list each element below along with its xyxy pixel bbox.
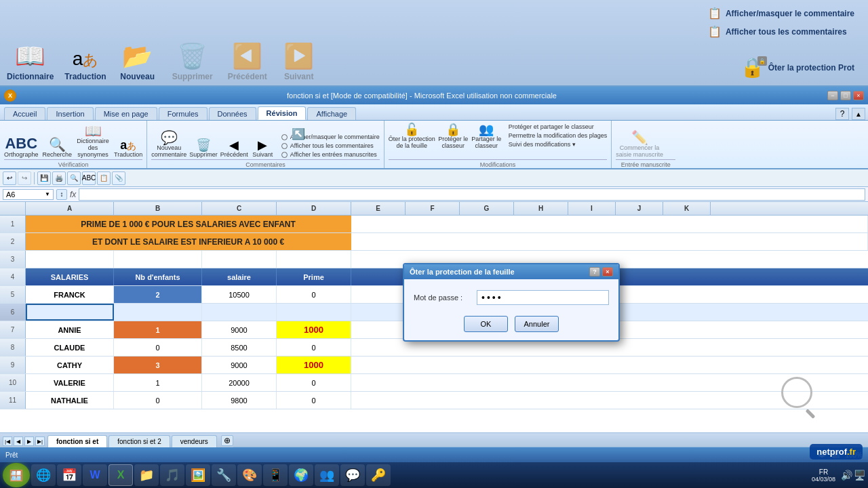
merged-title-1: PRIME DE 1 000 € POUR LES SALARIES AVEC … xyxy=(26,216,351,232)
top-ribbon: 📖 Dictionnaire aあ Traduction 📂 Nouveau 🗑… xyxy=(0,0,868,87)
taskbar-volume[interactable]: 🔊 xyxy=(841,470,852,481)
ribbon-item-traduction[interactable]: aあ Traduction xyxy=(64,45,106,81)
taskbar-excel[interactable]: X xyxy=(108,464,133,486)
restore-btn[interactable]: □ xyxy=(840,91,851,100)
btn-suivant-comment-label: Suivant xyxy=(252,151,273,158)
sheet-tab-add[interactable]: ⊕ xyxy=(221,435,233,446)
expand-formula-btn[interactable]: ↕ xyxy=(56,189,67,200)
ribbon-dictionnaire-label: Dictionnaire xyxy=(7,72,54,81)
ribbon-item-supprimer[interactable]: 🗑️ Supprimer xyxy=(169,42,216,81)
close-btn[interactable]: × xyxy=(853,91,864,100)
btn-proteger-partager[interactable]: Protéger et partager le classeur xyxy=(509,123,608,130)
print-btn[interactable]: 🖨️ xyxy=(52,171,66,185)
dialog-ok-button[interactable]: OK xyxy=(464,316,508,332)
taskbar-tool[interactable]: 🔧 xyxy=(212,464,236,486)
col-header-row: A B C D E F G H I J K xyxy=(0,202,868,216)
ribbon-item-nouveau[interactable]: 📂 Nouveau xyxy=(117,42,158,81)
btn-partager-classeur[interactable]: 👥 Partager leclasseur xyxy=(471,123,502,149)
ribbon-item-suivant[interactable]: ▶️ Suivant xyxy=(279,42,319,81)
dialog-password-input[interactable] xyxy=(477,290,609,305)
taskbar-explorer[interactable]: 📁 xyxy=(134,464,159,486)
cell-ref-box[interactable]: A6 ▼ xyxy=(3,189,54,200)
ribbon-right-afficher-masquer[interactable]: 📋 Afficher/masquer le commentaire xyxy=(708,7,854,20)
taskbar-photo[interactable]: 🖼️ xyxy=(186,464,210,486)
btn-supprimer-comment[interactable]: 🗑️ Supprimer xyxy=(189,139,218,158)
copy-btn[interactable]: 📋 xyxy=(97,171,111,185)
sheet-tab-fonction-si-et[interactable]: fonction si et xyxy=(47,435,107,447)
ribbon-item-dictionnaire[interactable]: 📖 Dictionnaire xyxy=(7,42,54,81)
btn-traduction[interactable]: aあ Traduction xyxy=(114,139,142,158)
table-row[interactable]: 10 VALERIE 1 20000 0 xyxy=(0,374,868,392)
save-btn[interactable]: 💾 xyxy=(37,171,51,185)
redo-btn[interactable]: ↪ xyxy=(18,171,31,185)
start-button[interactable]: 🪟 xyxy=(3,463,30,487)
row-num-5: 5 xyxy=(0,286,26,303)
btn-partager-classeur-label: Partager leclasseur xyxy=(471,136,501,149)
btn-dictionnaire[interactable]: 📖 Dictionnaire des synonymes xyxy=(76,124,110,158)
tab-insertion[interactable]: Insertion xyxy=(47,107,93,120)
btn-suivi-modifications[interactable]: Suivi des modifications ▾ xyxy=(509,141,608,148)
btn-proteger-classeur[interactable]: 🔒 Protéger leclasseur xyxy=(438,123,469,149)
sheet-nav-buttons: |◀ ◀ ▶ ▶| xyxy=(0,435,47,447)
btn-suivant-comment[interactable]: ▶ Suivant xyxy=(251,139,275,158)
taskbar-security[interactable]: 🔑 xyxy=(366,464,391,486)
btn-oter-protection[interactable]: 🔓 Ôter la protectionde la feuille xyxy=(389,123,435,149)
sheet-nav-next[interactable]: ▶ xyxy=(24,436,34,446)
taskbar-clock[interactable]: 📅 xyxy=(57,464,81,486)
btn-orthographe[interactable]: ABC Orthographe xyxy=(4,136,39,158)
print-preview-btn[interactable]: 🔍 xyxy=(67,171,81,185)
btn-recherche[interactable]: 🔍 Recherche xyxy=(43,138,73,158)
dialog-close-btn[interactable]: × xyxy=(602,267,613,277)
spelling-btn[interactable]: ABC xyxy=(82,171,96,185)
group-verification-title: Vérification xyxy=(4,159,142,168)
help-btn[interactable]: ? xyxy=(835,108,849,120)
group-modifications-title: Modifications xyxy=(389,159,608,168)
btn-permettre-modification[interactable]: Permettre la modification des plages xyxy=(509,132,608,139)
ribbon-right-afficher-tous[interactable]: 📋 Afficher tous les commentaires xyxy=(708,25,854,38)
formula-bar: A6 ▼ ↕ fx xyxy=(0,187,868,202)
table-row[interactable]: 9 CATHY 3 9000 1000 xyxy=(0,357,868,374)
title-bar-title: fonction si et [Mode de compatibilité] -… xyxy=(16,92,827,100)
taskbar-ie[interactable]: 🌐 xyxy=(31,464,56,486)
sheet-nav-first[interactable]: |◀ xyxy=(3,436,12,446)
ribbon-suivant-label: Suivant xyxy=(284,72,313,81)
taskbar-users[interactable]: 👥 xyxy=(315,464,339,486)
dialog-cancel-button[interactable]: Annuler xyxy=(515,316,559,332)
tab-affichage[interactable]: Affichage xyxy=(307,107,356,120)
sheet-nav-last[interactable]: ▶| xyxy=(35,436,45,446)
btn-nouveau-commentaire[interactable]: 💬 Nouveaucommentaire xyxy=(151,131,186,158)
radio-afficher-manuscrites[interactable]: Afficher les entrées manuscrites xyxy=(281,151,380,158)
minimize-btn[interactable]: − xyxy=(827,91,838,100)
taskbar-network[interactable]: 🖥️ xyxy=(854,470,865,481)
formula-input[interactable] xyxy=(79,188,865,201)
tab-revision[interactable]: Révision xyxy=(258,106,307,120)
sheet-nav-prev[interactable]: ◀ xyxy=(14,436,23,446)
undo-btn[interactable]: ↩ xyxy=(3,171,16,185)
paste-btn[interactable]: 📎 xyxy=(112,171,125,185)
btn-precedent-comment[interactable]: ◀ Précédent xyxy=(220,139,248,158)
taskbar-music[interactable]: 🎵 xyxy=(160,464,184,486)
sheet-tab-fonction-si-et-2[interactable]: fonction si et 2 xyxy=(108,435,170,447)
btn-commencer-saisie-label: Commencer lasaisie manuscrite xyxy=(616,144,663,158)
sheet-tab-vendeurs[interactable]: vendeurs xyxy=(172,435,217,447)
radio-afficher-masquer[interactable]: Afficher/masquer le commentaire xyxy=(281,134,380,140)
tab-formules[interactable]: Formules xyxy=(159,107,208,120)
ribbon-item-precedent[interactable]: ◀️ Précédent xyxy=(227,42,268,81)
btn-dictionnaire-label: Dictionnaire des synonymes xyxy=(76,138,110,158)
btn-commencer-saisie[interactable]: ✏️ Commencer lasaisie manuscrite xyxy=(616,131,663,158)
table-row[interactable]: 11 NATHALIE 0 9800 0 xyxy=(0,392,868,409)
dialog-content: Mot de passe : OK Annuler xyxy=(404,279,618,340)
collapse-ribbon-btn[interactable]: ▲ xyxy=(852,108,865,120)
tab-accueil[interactable]: Accueil xyxy=(4,107,45,120)
taskbar-phone[interactable]: 📱 xyxy=(263,464,288,486)
taskbar-word[interactable]: W xyxy=(83,464,107,486)
radio-afficher-tous[interactable]: Afficher tous les commentaires xyxy=(281,142,380,149)
btn-nouveau-commentaire-label: Nouveaucommentaire xyxy=(151,144,186,158)
tab-donnees[interactable]: Données xyxy=(209,107,256,120)
taskbar-paint[interactable]: 🎨 xyxy=(237,464,262,486)
taskbar-chat[interactable]: 💬 xyxy=(340,464,365,486)
tab-mise-en-page[interactable]: Mise en page xyxy=(95,107,157,120)
dialog-help-btn[interactable]: ? xyxy=(589,267,600,277)
taskbar-web[interactable]: 🌍 xyxy=(289,464,313,486)
dialog-title: Ôter la protection de la feuille xyxy=(410,268,515,276)
